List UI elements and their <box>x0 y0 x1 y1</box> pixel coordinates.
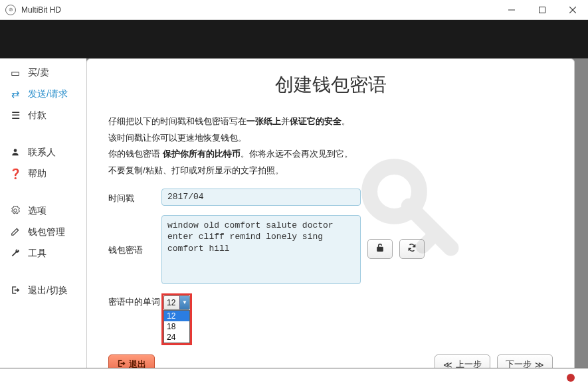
sidebar-item-help[interactable]: ❓帮助 <box>0 163 86 185</box>
sidebar-item-tools[interactable]: 工具 <box>0 243 86 264</box>
unlock-button[interactable] <box>367 239 393 259</box>
app-icon: ⊚ <box>5 5 16 15</box>
signout-icon <box>9 285 21 297</box>
titlebar: ⊚ MultiBit HD <box>0 0 588 20</box>
sidebar-item-label: 帮助 <box>28 168 47 180</box>
word-count-option-12[interactable]: 12 <box>164 311 189 321</box>
sidebar-item-label: 付款 <box>28 110 47 121</box>
minimize-button[interactable] <box>496 0 527 20</box>
sidebar-item-label: 钱包管理 <box>28 226 65 238</box>
maximize-button[interactable] <box>527 0 557 20</box>
sidebar-item-buy-sell[interactable]: ▭买/卖 <box>0 62 86 84</box>
sidebar-item-label: 买/卖 <box>28 67 49 79</box>
sidebar-item-send-request[interactable]: ⇄发送/请求 <box>0 84 86 105</box>
wrench-icon <box>9 248 21 260</box>
word-count-select[interactable]: 12 ▼ <box>163 295 190 310</box>
seed-textarea[interactable] <box>161 215 361 284</box>
gear-icon <box>9 206 21 217</box>
chevron-down-icon: ▼ <box>179 296 189 309</box>
svg-point-4 <box>14 149 17 152</box>
sidebar-item-exit-switch[interactable]: 退出/切换 <box>0 280 86 301</box>
sidebar-item-wallet-manage[interactable]: 钱包管理 <box>0 222 86 243</box>
window-title: MultiBit HD <box>21 5 496 15</box>
top-toolbar <box>0 20 588 58</box>
timestamp-input[interactable] <box>161 189 361 206</box>
word-count-option-24[interactable]: 24 <box>164 332 189 343</box>
svg-rect-1 <box>539 7 545 13</box>
word-count-dropdown: 12 18 24 <box>163 310 190 343</box>
transfer-icon: ⇄ <box>9 88 21 100</box>
instruction-line-4: 不要复制/粘贴、打印或对所显示的文字拍照。 <box>108 163 553 179</box>
sidebar-item-payments[interactable]: ☰付款 <box>0 105 86 126</box>
user-icon <box>9 147 21 159</box>
sidebar-item-options[interactable]: 选项 <box>0 200 86 222</box>
refresh-button[interactable] <box>399 239 425 259</box>
sidebar: ▭买/卖 ⇄发送/请求 ☰付款 联系人 ❓帮助 选项 钱包管理 工具 退出/切换 <box>0 58 86 391</box>
seed-label: 钱包密语 <box>108 215 161 256</box>
list-icon: ☰ <box>9 110 21 121</box>
instruction-line-3: 你的钱包密语 保护你所有的比特币。你将永远不会再次见到它。 <box>108 146 553 163</box>
instructions: 仔细把以下的时间戳和钱包密语写在一张纸上并保证它的安全。 该时间戳让你可以更速地… <box>108 114 553 179</box>
sidebar-item-contacts[interactable]: 联系人 <box>0 142 86 163</box>
word-count-option-18[interactable]: 18 <box>164 321 189 332</box>
svg-rect-8 <box>377 248 383 252</box>
sidebar-item-label: 工具 <box>28 248 47 260</box>
word-count-value: 12 <box>167 298 175 307</box>
sidebar-item-label: 选项 <box>28 205 47 217</box>
create-wallet-seed-modal: 创建钱包密语 仔细把以下的时间戳和钱包密语写在一张纸上并保证它的安全。 该时间戳… <box>86 58 575 391</box>
help-icon: ❓ <box>9 168 21 180</box>
window-controls <box>496 0 588 20</box>
status-indicator <box>567 374 575 382</box>
unlock-icon <box>375 243 385 254</box>
word-count-highlight: 12 ▼ 12 18 24 <box>161 293 192 345</box>
statusbar <box>0 368 588 391</box>
timestamp-label: 时间戳 <box>108 189 161 204</box>
modal-title: 创建钱包密语 <box>108 72 553 98</box>
sidebar-item-label: 联系人 <box>28 147 56 159</box>
sidebar-item-label: 发送/请求 <box>28 88 68 100</box>
word-count-label: 密语中的单词 <box>108 293 161 308</box>
content-area: 创建钱包密语 仔细把以下的时间戳和钱包密语写在一张纸上并保证它的安全。 该时间戳… <box>86 58 588 391</box>
instruction-line-1: 仔细把以下的时间戳和钱包密语写在一张纸上并保证它的安全。 <box>108 114 553 130</box>
card-icon: ▭ <box>9 67 21 79</box>
instruction-line-2: 该时间戳让你可以更速地恢复钱包。 <box>108 130 553 147</box>
statusbar-divider <box>0 368 588 368</box>
sidebar-item-label: 退出/切换 <box>28 285 68 297</box>
edit-icon <box>9 227 21 238</box>
close-button[interactable] <box>557 0 588 20</box>
refresh-icon <box>407 243 417 254</box>
